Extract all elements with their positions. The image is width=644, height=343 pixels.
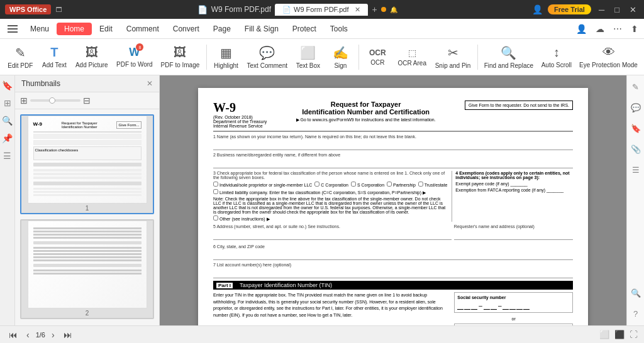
eye-protection-label: Eye Protection Mode [579,62,638,68]
w9-check-scorp[interactable]: S Corporation [351,182,384,187]
menu-item-convert[interactable]: Convert [167,22,206,36]
sidebar-close-icon[interactable]: ✕ [147,79,153,88]
pdf-to-word-label: PDF to Word [116,61,153,68]
menu-item-comment[interactable]: Comment [120,22,165,36]
next-page-button[interactable]: › [49,330,57,340]
w9-check-ccorp[interactable]: C Corporation [314,182,348,187]
free-trial-button[interactable]: Free Trial [548,4,591,14]
close-window-button[interactable]: ✕ [627,5,639,14]
menu-item-tools[interactable]: Tools [324,22,354,36]
last-page-button[interactable]: ⏭ [61,330,75,340]
right-edit-icon[interactable]: ✎ [630,80,641,94]
page-number-1: 1 [84,204,91,213]
add-text-button[interactable]: T Add Text [38,43,70,71]
notification-dot [381,7,386,12]
right-help-icon[interactable]: ? [631,307,640,320]
cloud-icon[interactable]: ☁ [592,23,608,35]
thumbnail-page-2[interactable]: 2 [20,219,154,319]
snip-pin-label: Snip and Pin [435,62,471,69]
sidebar-panel: Thumbnails ✕ ⊞ ⊟ W-9 Request for Taxpaye… [15,75,160,325]
w9-note-text: Note: Check the appropriate box in the l… [213,197,448,214]
w9-ssn-box: Social security number – [454,292,573,313]
share-icon[interactable]: 👤 [573,23,590,35]
right-panel: ✎ 💬 🔖 📎 ☰ 🔍 ? [626,75,644,325]
sidebar-tools: ⊞ ⊟ [15,92,159,109]
sidebar-thumb-small-icon[interactable]: ⊞ [20,95,28,106]
ocr-button[interactable]: OCR OCR [362,46,392,68]
add-text-icon: T [50,45,58,60]
file-tab[interactable]: 📄 W9 Form PDF.pdf ✕ [275,4,368,16]
page-number-2: 2 [84,308,91,318]
auto-scroll-label: Auto Scroll [541,62,572,68]
pdf-viewer[interactable]: W-9 (Rev. October 2018) Department of th… [160,75,626,325]
hamburger-menu[interactable] [3,23,23,35]
sign-button[interactable]: ✍ Sign [325,43,355,72]
maximize-button[interactable]: □ [612,5,622,14]
thumbnail-icon[interactable]: ⊞ [4,98,11,108]
menu-item-home[interactable]: Home [57,23,92,35]
title-bar-right: 👤 Free Trial ─ □ ✕ [532,4,639,14]
w9-give-form-text: Give Form to the requester. Do not send … [469,103,569,107]
menu-item-protect[interactable]: Protect [286,22,323,36]
zoom-slider-knob[interactable] [49,97,55,104]
w9-check-other[interactable]: Other (see instructions) ▶ [213,217,270,221]
annotation-icon[interactable]: 📌 [2,133,13,143]
new-tab-button[interactable]: + [372,4,377,14]
auto-scroll-button[interactable]: ↕ Auto Scroll [538,43,575,71]
right-attachment-icon[interactable]: 📎 [629,143,643,156]
pdf-to-image-button[interactable]: 🖼 PDF to Image [157,43,203,71]
fullscreen-icon[interactable]: ⛶ [630,330,638,339]
search-left-icon[interactable]: 🔍 [2,116,13,126]
w9-check-partnership[interactable]: Partnership [387,182,416,187]
zoom-slider[interactable] [30,99,80,102]
w9-field1-section: 1 Name (as shown on your income tax retu… [213,134,573,150]
close-tab-icon[interactable]: ✕ [355,6,360,14]
double-page-view-icon[interactable]: ⬛ [614,330,625,339]
w9-check-individual[interactable]: Individual/sole proprietor or single-mem… [213,182,312,187]
find-replace-button[interactable]: 🔍 Find and Replace [481,43,536,72]
pdf-to-image-label: PDF to Image [161,62,200,68]
w9-requester-section: Requester's name and address (optional) [454,224,573,242]
more-icon[interactable]: ⋯ [610,23,625,35]
wps-logo[interactable]: WPS Office [5,4,51,14]
account-icon[interactable]: 👤 [532,4,543,14]
right-bookmark-icon[interactable]: 🔖 [629,122,643,135]
w9-check-trust[interactable]: Trust/estate [418,182,448,187]
menu-item-fill-sign[interactable]: Fill & Sign [238,22,285,36]
sign-label: Sign [334,62,347,69]
minimize-button[interactable]: ─ [596,5,607,14]
snip-pin-button[interactable]: ✂ Snip and Pin [431,43,474,72]
single-page-view-icon[interactable]: ⬜ [599,330,609,339]
find-replace-label: Find and Replace [484,62,533,69]
first-page-button[interactable]: ⏮ [6,330,20,340]
layers-icon[interactable]: ☰ [3,151,11,161]
bookmark-icon[interactable]: 🔖 [2,80,13,90]
thumbnail-page-1[interactable]: W-9 Request for TaxpayerIdentification N… [20,114,154,214]
right-layers-icon[interactable]: ☰ [630,163,641,177]
pdf-to-word-button[interactable]: W 8 PDF to Word [113,43,156,70]
sidebar-thumb-large-icon[interactable]: ⊟ [83,95,91,106]
page-navigation: ⏮ ‹ 1/6 › ⏭ [6,330,75,340]
sign-icon: ✍ [333,45,348,60]
edit-pdf-button[interactable]: ✎ Edit PDF [4,43,37,72]
w9-field5-section: 5 Address (number, street, and apt. or s… [213,224,452,242]
ocr-area-button[interactable]: ⬚ OCR Area [394,45,430,69]
expand-icon[interactable]: ⬆ [628,23,641,35]
menu-item-edit[interactable]: Edit [93,22,119,36]
eye-protection-button[interactable]: 👁 Eye Protection Mode [577,43,640,71]
add-picture-button[interactable]: 🖼 Add Picture [72,43,111,71]
w9-give-form-box: Give Form to the requester. Do not send … [465,101,573,110]
right-zoom-in-icon[interactable]: 🔍 [629,286,643,300]
text-comment-button[interactable]: 💬 Text Comment [243,43,291,72]
menu-item-menu[interactable]: Menu [24,22,55,36]
w9-check-llc[interactable]: Limited liability company. Enter the tax… [213,190,426,195]
prev-page-button[interactable]: ‹ [24,330,32,340]
menu-item-page[interactable]: Page [207,22,237,36]
w9-classification-options: Individual/sole proprietor or single-mem… [213,182,448,187]
text-box-button[interactable]: ⬜ Text Box [292,43,324,72]
highlight-button[interactable]: ▦ Highlight [210,43,243,72]
w9-form-date: (Rev. October 2018) [213,115,267,119]
right-comment-icon[interactable]: 💬 [629,101,643,114]
ocr-icon: OCR [369,48,386,57]
w9-fatca-exempt: Exemption from FATCA reporting code (if … [455,188,573,192]
